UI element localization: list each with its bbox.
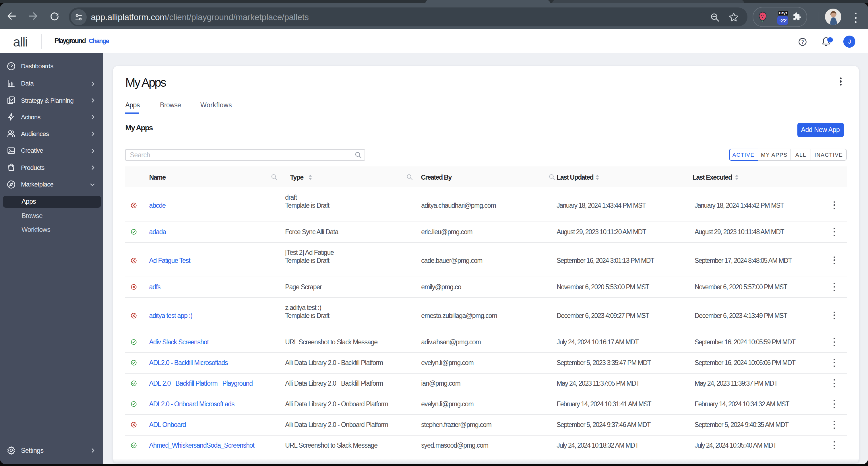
svg-text:?: ? bbox=[801, 40, 803, 45]
